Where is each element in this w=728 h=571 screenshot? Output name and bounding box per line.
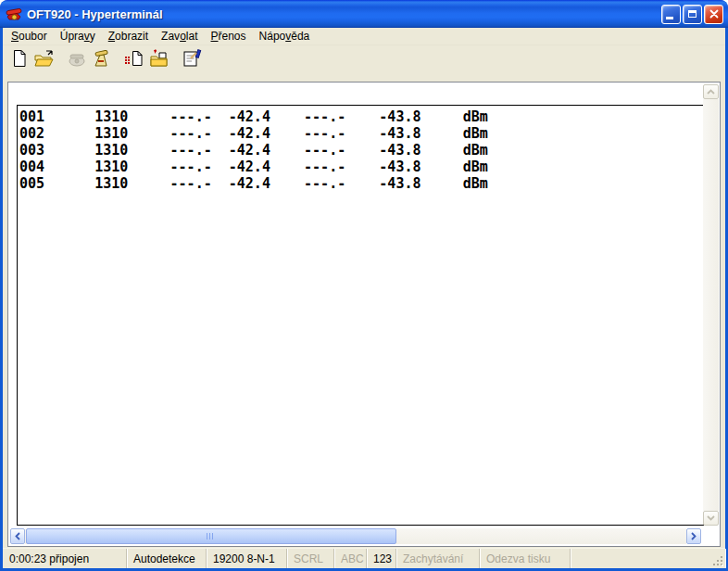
terminal-output[interactable]: 001 1310 ---.- -42.4 ---.- -43.8 dBm 002… [18, 106, 704, 192]
status-num-lock: 123 [367, 549, 396, 568]
hang-up-phone-icon [92, 49, 110, 68]
terminal-screen[interactable]: 001 1310 ---.- -42.4 ---.- -43.8 dBm 002… [17, 105, 704, 526]
resize-grip-icon[interactable] [711, 554, 724, 567]
scroll-right-button[interactable] [686, 528, 701, 544]
vertical-scrollbar[interactable] [703, 84, 719, 526]
maximize-icon [688, 10, 697, 18]
horizontal-scroll-thumb[interactable] [26, 528, 396, 544]
send-file-icon [124, 49, 144, 68]
menu-item-prenos[interactable]: Přenos [205, 28, 253, 44]
close-button[interactable] [704, 5, 723, 24]
status-connection-settings: 19200 8-N-1 [207, 549, 287, 568]
scroll-thumb-grip-icon [207, 533, 215, 539]
statusbar-spacer [571, 549, 725, 568]
close-icon [709, 9, 719, 19]
menu-item-soubor[interactable]: Soubor [5, 28, 54, 44]
receive-file-button[interactable] [147, 47, 169, 70]
status-capture: Zachytávání [396, 549, 480, 568]
minimize-icon [666, 17, 673, 19]
maximize-button[interactable] [683, 5, 702, 24]
call-button[interactable] [66, 47, 88, 70]
status-scroll-lock: SCRL [287, 549, 334, 568]
status-caps-lock: ABC [334, 549, 367, 568]
status-connection-status: 0:00:23 připojen [3, 549, 127, 568]
scroll-down-button[interactable] [703, 511, 719, 526]
menu-bar: SouborÚpravyZobrazitZavolatPřenosNápověd… [3, 28, 725, 45]
hyperterminal-app-icon [6, 6, 22, 22]
status-detection-mode: Autodetekce [127, 549, 207, 568]
properties-button[interactable] [181, 47, 203, 70]
open-folder-icon [33, 49, 54, 68]
send-file-button[interactable] [123, 47, 145, 70]
title-bar[interactable]: OFT920 - Hyperterminál [0, 0, 728, 28]
terminal-container: 001 1310 ---.- -42.4 ---.- -43.8 dBm 002… [7, 82, 721, 547]
horizontal-scroll-track[interactable] [25, 528, 686, 544]
menu-item-upravy[interactable]: Úpravy [54, 28, 102, 44]
status-bar: 0:00:23 připojenAutodetekce19200 8-N-1SC… [3, 548, 725, 568]
client-area: 001 1310 ---.- -42.4 ---.- -43.8 dBm 002… [3, 71, 725, 548]
menu-item-zavolat[interactable]: Zavolat [155, 28, 204, 44]
properties-icon [182, 49, 202, 68]
new-connection-button[interactable] [8, 47, 31, 70]
chevron-up-icon [707, 89, 715, 95]
vertical-scroll-track[interactable] [703, 99, 719, 511]
menu-item-napoveda[interactable]: Nápověda [253, 28, 317, 44]
window-title: OFT920 - Hyperterminál [27, 7, 661, 21]
call-phone-icon [68, 49, 86, 68]
open-connection-button[interactable] [32, 47, 55, 70]
status-print-echo: Odezva tisku [480, 549, 571, 568]
minimize-button[interactable] [661, 5, 681, 24]
chevron-left-icon [15, 532, 20, 540]
chevron-right-icon [691, 532, 697, 540]
receive-file-icon [148, 49, 169, 68]
hang-up-button[interactable] [90, 47, 112, 70]
horizontal-scrollbar[interactable] [10, 528, 701, 544]
new-document-icon [10, 49, 29, 68]
toolbar [3, 45, 725, 71]
scroll-up-button[interactable] [703, 84, 719, 99]
menu-item-zobrazit[interactable]: Zobrazit [102, 28, 155, 44]
hyperterminal-window: OFT920 - Hyperterminál SouborÚpravyZobra… [0, 0, 728, 571]
scroll-left-button[interactable] [10, 528, 25, 544]
chevron-down-icon [707, 515, 715, 521]
